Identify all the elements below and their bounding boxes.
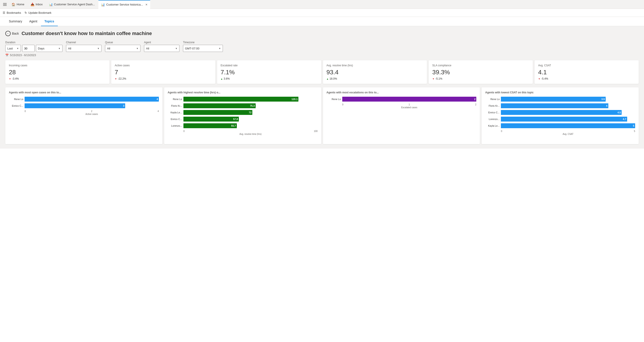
kpi-card-incoming: Incoming cases 28 ▼ -3.4% xyxy=(5,60,110,84)
tab-inbox[interactable]: 📥 Inbox xyxy=(28,0,46,9)
bar-row: Kayla Le... 72 xyxy=(168,110,318,115)
x-axis-tick: 100 xyxy=(314,130,318,132)
duration-controls: Last ▼ Days ▼ xyxy=(5,45,62,52)
kpi-card-sla: SLA compliance 39.3% ▼ -5.1% xyxy=(429,60,533,84)
duration-value-input[interactable] xyxy=(22,45,34,52)
bar-row: Rene Lo 120.1 xyxy=(168,97,318,102)
channel-select[interactable]: All ▼ xyxy=(66,45,102,52)
bar-container: 4.5 xyxy=(501,110,635,115)
date-range-text: 5/15/2023 - 6/13/2023 xyxy=(10,54,36,57)
bar-label: Kayla Le... xyxy=(485,124,500,127)
home-icon: 🏠 xyxy=(12,3,15,6)
bar: 4 xyxy=(24,97,159,102)
hamburger-menu[interactable] xyxy=(2,1,8,8)
update-bookmark-button[interactable]: ↻ Update Bookmark xyxy=(24,11,52,15)
tab-agent[interactable]: Agent xyxy=(26,17,41,26)
bar-row: Kayla Le... 5 xyxy=(485,123,635,128)
bar-container: 55.7 xyxy=(184,123,318,128)
kpi-title-sla: SLA compliance xyxy=(432,64,529,67)
duration-type-select[interactable]: Last ▼ xyxy=(5,45,21,52)
kpi-value-escalated: 7.1% xyxy=(221,69,318,76)
bar-container: 75.3 xyxy=(184,103,318,108)
page-content: Summary Agent Topics ← Back Customer doe… xyxy=(0,17,644,342)
bar-value: 4 xyxy=(606,104,608,107)
kpi-change-escalated: ▲ 3.6% xyxy=(221,77,318,80)
kpi-change-value-incoming: -3.4% xyxy=(12,77,19,80)
x-axis-tick: 0 xyxy=(342,103,344,106)
x-axis-tick: 5 xyxy=(634,130,635,132)
bar: 55.7 xyxy=(184,123,237,128)
tab-close-button[interactable]: ✕ xyxy=(145,3,148,6)
tab-dashboard2[interactable]: 📊 Customer Service historica... ✕ xyxy=(98,0,150,9)
x-axis: 05 xyxy=(485,130,635,132)
tab-dashboard1[interactable]: 📊 Customer Service Agent Dash... xyxy=(46,0,98,9)
timezone-label: Timezone xyxy=(183,41,223,44)
kpi-arrow-escalated: ▲ xyxy=(221,78,223,80)
timezone-select[interactable]: GMT-07:00 ▼ xyxy=(183,45,223,52)
tab-summary[interactable]: Summary xyxy=(5,17,26,26)
bar-row: Lorenzo... 4.7 xyxy=(485,117,635,121)
bookmarks-button[interactable]: ☰ Bookmarks xyxy=(3,11,21,15)
kpi-card-active: Active cases 7 ▼ -22.2% xyxy=(111,60,215,84)
kpi-card-resolve: Avg. resolve time (hrs) 93.4 ▲ 18.0% xyxy=(323,60,427,84)
kpi-value-sla: 39.3% xyxy=(432,69,529,76)
queue-select[interactable]: All ▼ xyxy=(105,45,140,52)
chevron-timezone-icon: ▼ xyxy=(219,47,221,50)
x-axis-tick: 2 xyxy=(475,103,476,106)
bar-row: Rene Lo 3.9 xyxy=(485,97,635,102)
kpi-change-value-escalated: 3.6% xyxy=(224,77,230,80)
bar-chart: Rene Lo 2 012Escalated cases xyxy=(326,97,476,114)
duration-type-value: Last xyxy=(7,47,13,50)
bar-label: Lorenzo... xyxy=(485,118,500,120)
kpi-change-value-resolve: 18.0% xyxy=(330,77,337,80)
kpi-change-csat: ▼ -5.4% xyxy=(538,77,635,80)
bar: 3.9 xyxy=(501,97,606,102)
bar-value: 75.3 xyxy=(250,104,254,107)
duration-unit-value: Days xyxy=(38,47,44,50)
bar-label: Enrico C... xyxy=(168,118,182,120)
duration-unit-select[interactable]: Days ▼ xyxy=(36,45,62,52)
chart-title: Agents with highest resolve time (hrs) o… xyxy=(168,91,318,94)
bar-label: Rene Lo xyxy=(168,98,182,100)
bar-label: Enrico C... xyxy=(9,104,23,107)
agent-select[interactable]: All ▼ xyxy=(144,45,180,52)
bar-row: Lorenzo... 55.7 xyxy=(168,123,318,128)
kpi-value-active: 7 xyxy=(115,69,212,76)
kpi-change-active: ▼ -22.2% xyxy=(115,77,212,80)
kpi-title-incoming: Incoming cases xyxy=(9,64,106,67)
kpi-arrow-active: ▼ xyxy=(115,78,117,80)
bar-label: Lorenzo... xyxy=(168,124,182,127)
x-axis: 012 xyxy=(326,103,476,106)
tab-home-label: Home xyxy=(16,3,24,6)
bar-container: 3.9 xyxy=(501,97,635,102)
bar-value: 2 xyxy=(474,98,476,100)
tab-topics[interactable]: Topics xyxy=(41,17,58,26)
bar-container: 120.1 xyxy=(184,97,318,102)
bar: 5 xyxy=(501,123,635,128)
bar: 120.1 xyxy=(184,97,299,102)
filter-duration: Duration Last ▼ Days ▼ xyxy=(5,41,62,52)
bar-row: Enrico C... 57.8 xyxy=(168,117,318,121)
bar: 2 xyxy=(342,97,476,102)
bar-container: 4.7 xyxy=(501,117,635,121)
filter-channel: Channel All ▼ xyxy=(66,41,102,52)
bar-row: Enrico C... 4.5 xyxy=(485,110,635,115)
back-button[interactable]: ← Back xyxy=(5,31,19,36)
kpi-arrow-csat: ▼ xyxy=(538,78,540,80)
bar-row: Rene Lo 4 xyxy=(9,97,159,102)
refresh-icon: ↻ xyxy=(24,11,27,15)
page-header: ← Back Customer doesn't know how to main… xyxy=(5,31,639,36)
bar-value: 4.7 xyxy=(623,118,626,120)
bar-value: 57.8 xyxy=(233,118,238,120)
bar-value: 72 xyxy=(249,111,252,114)
bar: 72 xyxy=(184,110,252,115)
x-axis-label: Avg. resolve time (hrs) xyxy=(168,133,318,135)
tab-home[interactable]: 🏠 Home xyxy=(9,0,27,9)
bar: 3 xyxy=(24,103,125,108)
sub-nav: Summary Agent Topics xyxy=(0,17,644,26)
kpi-change-value-active: -22.2% xyxy=(118,77,126,80)
bar-value: 5 xyxy=(633,124,634,127)
x-axis-tick: 0 xyxy=(501,130,502,132)
kpi-value-incoming: 28 xyxy=(9,69,106,76)
bar-container: 4 xyxy=(24,97,159,102)
